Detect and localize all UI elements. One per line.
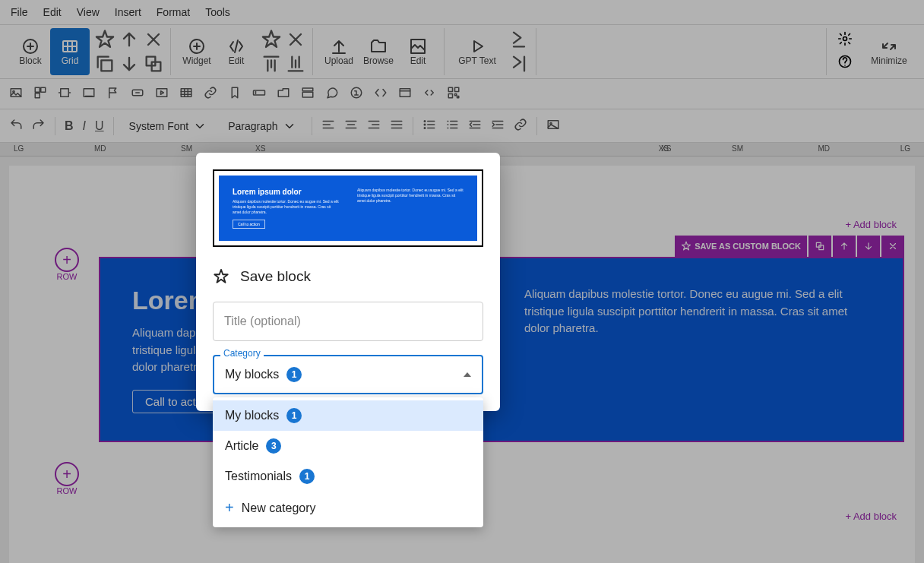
category-option-article[interactable]: Article 3	[213, 431, 483, 461]
title-input[interactable]	[213, 302, 483, 341]
block-preview: Lorem ipsum dolor Aliquam dapibus molest…	[196, 153, 500, 261]
plus-icon: +	[225, 499, 234, 517]
category-option-testimonials[interactable]: Testimonials 1	[213, 461, 483, 492]
star-icon	[213, 268, 229, 285]
new-category-button[interactable]: + New category	[213, 492, 483, 524]
category-dropdown: My blocks 1 Article 3 Testimonials 1 + N…	[213, 397, 483, 527]
modal-title: Save block	[240, 268, 311, 285]
category-label: Category	[220, 348, 264, 359]
chevron-up-icon	[464, 372, 471, 377]
save-block-modal: Lorem ipsum dolor Aliquam dapibus molest…	[196, 153, 500, 411]
category-option-my-blocks[interactable]: My blocks 1	[213, 400, 483, 431]
category-count-badge: 1	[286, 367, 302, 382]
modal-header: Save block	[196, 261, 500, 296]
category-select[interactable]: My blocks 1	[213, 355, 483, 394]
